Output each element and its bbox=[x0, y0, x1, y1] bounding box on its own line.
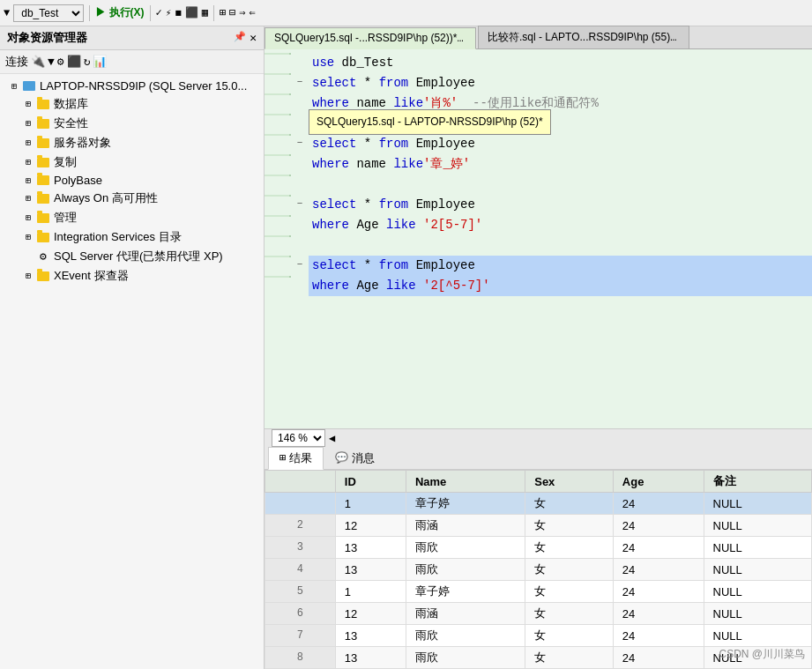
folder-integration-icon bbox=[35, 231, 51, 243]
filter-icon[interactable]: ▼ bbox=[48, 56, 55, 69]
line-num-12 bbox=[264, 276, 291, 278]
tree-item-integration[interactable]: ⊞ Integration Services 目录 bbox=[0, 227, 264, 247]
pin-icon[interactable]: 📌 bbox=[234, 31, 246, 45]
left-panel-close[interactable]: ✕ bbox=[250, 31, 257, 45]
results-table-container[interactable]: ID Name Sex Age 备注 1章子婷女24NULL212雨涵女24NU… bbox=[264, 470, 812, 669]
tab-close-query15[interactable]: ✕ bbox=[467, 34, 473, 44]
toolbar-icon-8[interactable]: ⇒ bbox=[239, 6, 245, 19]
collapse-2[interactable]: − bbox=[291, 73, 309, 90]
table-row[interactable]: 713雨欣女24NULL bbox=[265, 625, 812, 647]
tree-item-polybase[interactable]: ⊞ PolyBase bbox=[0, 172, 264, 189]
expand-databases[interactable]: ⊞ bbox=[21, 99, 35, 109]
server-label: LAPTOP-NRSSD9IP (SQL Server 15.0... bbox=[40, 79, 247, 93]
expand-polybase[interactable]: ⊞ bbox=[21, 175, 35, 186]
collapse-12 bbox=[291, 276, 309, 278]
tree-area: ⊞ LAPTOP-NRSSD9IP (SQL Server 15.0... ⊞ … bbox=[0, 74, 264, 669]
expand-integration[interactable]: ⊞ bbox=[21, 232, 35, 242]
expand-security[interactable]: ⊞ bbox=[21, 118, 35, 129]
line-content-1[interactable]: use db_Test bbox=[309, 53, 812, 73]
tree-item-replication[interactable]: ⊞ 复制 bbox=[0, 152, 264, 172]
zoom-scroll-left[interactable]: ◀ bbox=[329, 432, 335, 445]
sep1 bbox=[89, 5, 90, 21]
tab-compare[interactable]: 比较符.sql - LAPTO...RSSD9IP\hp (55) ✕ bbox=[478, 26, 689, 48]
table-row[interactable]: 612雨涵女24NULL bbox=[265, 603, 812, 625]
tree-item-xevent[interactable]: ⊞ XEvent 探查器 bbox=[0, 266, 264, 286]
expand-server-objects[interactable]: ⊞ bbox=[21, 138, 35, 148]
line-content-5[interactable]: select * from Employee bbox=[309, 134, 812, 154]
execute-button[interactable]: ▶ 执行(X) bbox=[95, 5, 144, 20]
cell-rownum: 4 bbox=[265, 559, 336, 581]
tree-item-databases[interactable]: ⊞ 数据库 bbox=[0, 94, 264, 114]
folder-xevent-icon bbox=[35, 270, 51, 282]
table-row[interactable]: 313雨欣女24NULL bbox=[265, 537, 812, 559]
chart-icon[interactable]: 📊 bbox=[93, 55, 107, 69]
cell-name: 章子婷 bbox=[406, 581, 525, 603]
expand-alwayson[interactable]: ⊞ bbox=[21, 193, 35, 204]
col-sex[interactable]: Sex bbox=[525, 471, 614, 493]
cell-id: 1 bbox=[335, 581, 406, 603]
line-content-6[interactable]: where name like'章_婷' bbox=[309, 154, 812, 175]
line-content-7[interactable] bbox=[309, 175, 812, 195]
toolbar-icon-3[interactable]: ◼ bbox=[175, 6, 181, 19]
cell-age: 24 bbox=[613, 537, 704, 559]
results-area: ⊞ 结果 💬 消息 ID Name Sex Ag bbox=[264, 447, 812, 669]
toolbar-icon-parse[interactable]: ⚡ bbox=[166, 7, 172, 19]
col-id[interactable]: ID bbox=[335, 471, 406, 493]
tree-item-server-objects[interactable]: ⊞ 服务器对象 bbox=[0, 133, 264, 152]
tree-item-management[interactable]: ⊞ 管理 bbox=[0, 208, 264, 227]
tab-close-compare[interactable]: ✕ bbox=[680, 33, 685, 43]
line-content-12[interactable]: where Age like '2[^5-7]' bbox=[309, 276, 812, 296]
toolbar-icon-5[interactable]: ▦ bbox=[202, 6, 208, 19]
line-content-9[interactable]: where Age like '2[5-7]' bbox=[309, 215, 812, 235]
table-row[interactable]: 413雨欣女24NULL bbox=[265, 559, 812, 581]
toolbar-icon-9[interactable]: ⇐ bbox=[250, 6, 256, 19]
item-label: SQL Server 代理(已禁用代理 XP) bbox=[54, 249, 223, 264]
tab-messages[interactable]: 💬 消息 bbox=[324, 447, 386, 470]
collapse-8[interactable]: − bbox=[291, 195, 309, 212]
filter2-icon[interactable]: ⚙ bbox=[57, 55, 64, 69]
stop-icon[interactable]: ⬛ bbox=[67, 55, 81, 69]
table-row[interactable]: 1章子婷女24NULL bbox=[265, 493, 812, 515]
refresh-icon[interactable]: ↻ bbox=[84, 55, 91, 69]
table-row[interactable]: 212雨涵女24NULL bbox=[265, 515, 812, 537]
db-selector[interactable]: db_Test bbox=[13, 4, 84, 22]
cell-sex: 女 bbox=[525, 493, 614, 515]
line-num-4 bbox=[264, 114, 291, 115]
expand-xevent[interactable]: ⊞ bbox=[21, 271, 35, 281]
tree-item-sqlagent[interactable]: ⊞ ⚙ SQL Server 代理(已禁用代理 XP) bbox=[0, 247, 264, 266]
col-name[interactable]: Name bbox=[406, 471, 525, 493]
results-table: ID Name Sex Age 备注 1章子婷女24NULL212雨涵女24NU… bbox=[264, 470, 812, 669]
col-note[interactable]: 备注 bbox=[704, 471, 811, 493]
tab-results[interactable]: ⊞ 结果 bbox=[268, 447, 324, 470]
server-expand[interactable]: ⊞ bbox=[7, 81, 21, 92]
toolbar-icon-7[interactable]: ⊟ bbox=[229, 6, 235, 19]
tree-item-alwayson[interactable]: ⊞ Always On 高可用性 bbox=[0, 189, 264, 208]
folder-security-icon bbox=[35, 117, 51, 130]
zoom-selector[interactable]: 146 % bbox=[272, 429, 325, 447]
folder-databases-icon bbox=[35, 98, 51, 110]
col-age[interactable]: Age bbox=[613, 471, 704, 493]
line-content-8[interactable]: select * from Employee bbox=[309, 195, 812, 215]
collapse-11[interactable]: − bbox=[291, 256, 309, 272]
folder-polybase-icon bbox=[35, 175, 51, 187]
expand-management[interactable]: ⊞ bbox=[21, 212, 35, 223]
toolbar-icon-6[interactable]: ⊞ bbox=[220, 6, 226, 19]
toolbar-checkmark[interactable]: ✓ bbox=[156, 6, 162, 19]
cell-sex: 女 bbox=[525, 625, 614, 647]
cell-note: NULL bbox=[704, 559, 811, 581]
toolbar-icon-1: ▼ bbox=[4, 7, 10, 19]
collapse-5[interactable]: − bbox=[291, 134, 309, 151]
editor-area[interactable]: SQLQuery15.sql - LAPTOP-NRSSD9IP\hp (52)… bbox=[264, 49, 812, 428]
line-content-10[interactable] bbox=[309, 235, 812, 256]
tab-query15[interactable]: SQLQuery15.sql -...RSSD9IP\hp (52))* ✕ bbox=[264, 27, 476, 49]
col-rownum bbox=[265, 471, 336, 493]
line-content-2[interactable]: select * from Employee bbox=[309, 73, 812, 93]
toolbar-icon-4[interactable]: ⬛ bbox=[185, 6, 198, 19]
table-row[interactable]: 51章子婷女24NULL bbox=[265, 581, 812, 603]
connect-button[interactable]: 连接 bbox=[5, 54, 28, 70]
line-content-11[interactable]: select * from Employee bbox=[309, 256, 812, 276]
tree-server-node[interactable]: ⊞ LAPTOP-NRSSD9IP (SQL Server 15.0... bbox=[0, 78, 264, 94]
connect-icon[interactable]: 🔌 bbox=[31, 55, 45, 69]
expand-replication[interactable]: ⊞ bbox=[21, 157, 35, 167]
tree-item-security[interactable]: ⊞ 安全性 bbox=[0, 114, 264, 133]
